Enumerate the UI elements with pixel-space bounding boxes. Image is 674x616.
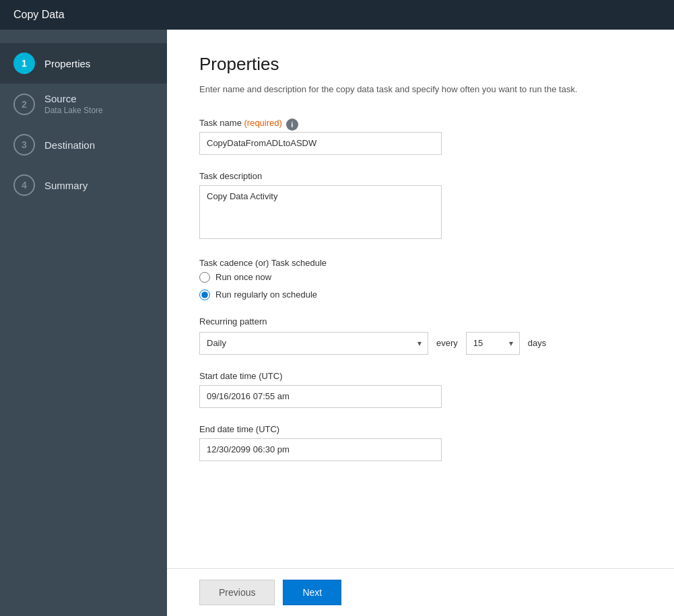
start-date-label: Start date time (UTC) <box>199 371 642 381</box>
end-date-input[interactable] <box>199 438 442 461</box>
days-label: days <box>528 338 546 348</box>
end-date-group: End date time (UTC) <box>199 424 642 461</box>
next-button[interactable]: Next <box>283 580 341 605</box>
recurring-pattern-label: Recurring pattern <box>199 316 642 327</box>
content-scroll: Properties Enter name and description fo… <box>167 30 674 568</box>
sidebar-label-properties: Properties <box>44 58 90 69</box>
radio-run-once-label: Run once now <box>215 272 271 282</box>
page-description: Enter name and description for the copy … <box>199 83 590 96</box>
task-name-required: (required) <box>244 118 282 128</box>
sidebar-item-destination[interactable]: 3 Destination <box>0 125 167 165</box>
radio-run-regularly[interactable] <box>199 289 210 300</box>
task-name-input[interactable] <box>199 132 442 155</box>
radio-run-regularly-item[interactable]: Run regularly on schedule <box>199 289 642 300</box>
every-label: every <box>436 338 458 348</box>
task-description-group: Task description Copy Data Activity <box>199 171 642 242</box>
content-area: Properties Enter name and description fo… <box>167 30 674 616</box>
app-topbar: Copy Data <box>0 0 674 30</box>
sidebar-item-properties[interactable]: 1 Properties <box>0 43 167 83</box>
main-layout: 1 Properties 2 Source Data Lake Store 3 … <box>0 30 674 616</box>
step-circle-2: 2 <box>13 94 35 115</box>
sidebar-label-destination: Destination <box>44 139 95 151</box>
start-date-input[interactable] <box>199 385 442 408</box>
sidebar-item-summary[interactable]: 4 Summary <box>0 165 167 205</box>
task-name-group: Task name (required) i <box>199 118 642 155</box>
radio-group: Run once now Run regularly on schedule <box>199 272 642 300</box>
pattern-select-wrapper: Daily Weekly Monthly ▾ <box>199 332 428 355</box>
task-description-label: Task description <box>199 171 642 181</box>
task-name-info-icon[interactable]: i <box>286 118 298 131</box>
step-circle-3: 3 <box>13 134 35 156</box>
footer: Previous Next <box>167 568 674 616</box>
recurring-pattern-group: Recurring pattern Daily Weekly Monthly ▾… <box>199 316 642 355</box>
radio-run-once[interactable] <box>199 272 210 283</box>
task-cadence-group: Task cadence (or) Task schedule Run once… <box>199 258 642 300</box>
app-title: Copy Data <box>13 9 65 21</box>
sidebar-label-summary: Summary <box>44 180 88 191</box>
radio-run-regularly-label: Run regularly on schedule <box>215 289 317 300</box>
recurring-pattern-select[interactable]: Daily Weekly Monthly <box>199 332 428 355</box>
task-description-input[interactable]: Copy Data Activity <box>199 185 442 239</box>
step-circle-4: 4 <box>13 174 35 196</box>
previous-button[interactable]: Previous <box>199 580 275 605</box>
sidebar-label-source: Source <box>44 93 103 104</box>
step-circle-1: 1 <box>13 53 35 74</box>
sidebar-item-source[interactable]: 2 Source Data Lake Store <box>0 83 167 125</box>
task-name-label: Task name (required) <box>199 118 282 128</box>
sidebar: 1 Properties 2 Source Data Lake Store 3 … <box>0 30 167 616</box>
task-cadence-label: Task cadence (or) Task schedule <box>199 258 642 268</box>
radio-run-once-item[interactable]: Run once now <box>199 272 642 283</box>
recurring-row: Daily Weekly Monthly ▾ every 15 1 7 30 <box>199 332 642 355</box>
end-date-label: End date time (UTC) <box>199 424 642 434</box>
sidebar-sublabel-source: Data Lake Store <box>44 106 103 115</box>
start-date-group: Start date time (UTC) <box>199 371 642 408</box>
every-value-select[interactable]: 15 1 7 30 <box>466 332 520 355</box>
page-title: Properties <box>199 54 642 75</box>
number-select-wrapper: 15 1 7 30 ▾ <box>466 332 520 355</box>
